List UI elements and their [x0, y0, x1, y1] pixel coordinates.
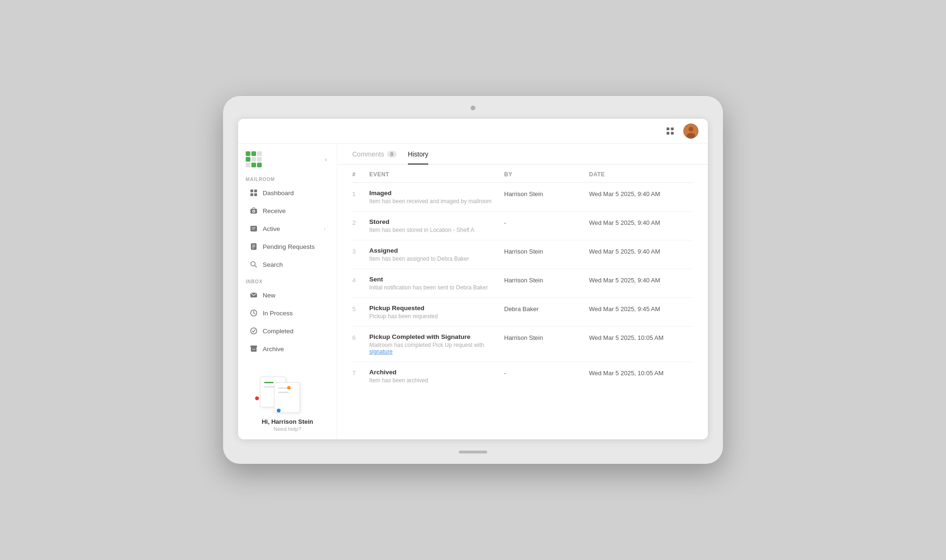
date-cell: Wed Mar 5 2025, 10:05 AM — [589, 333, 693, 341]
svg-point-25 — [251, 328, 257, 334]
by-cell: Debra Baker — [504, 305, 589, 313]
tab-history[interactable]: History — [408, 144, 429, 165]
sidebar-item-label: Search — [263, 261, 283, 268]
event-cell: Pickup Completed with Signature Mailroom… — [369, 333, 504, 355]
event-title: Sent — [369, 276, 504, 283]
event-desc: Mailroom has completed Pick Up request w… — [369, 342, 504, 355]
archive-icon — [249, 345, 258, 353]
comments-badge: 0 — [387, 151, 397, 157]
svg-rect-8 — [254, 189, 257, 192]
sidebar-item-label: Archive — [263, 346, 284, 353]
svg-line-22 — [255, 265, 257, 267]
event-cell: Assigned Item has been assigned to Debra… — [369, 247, 504, 262]
date-cell: Wed Mar 5 2025, 9:40 AM — [589, 247, 693, 255]
table-row: 6 Pickup Completed with Signature Mailro… — [352, 327, 693, 362]
by-cell: - — [504, 218, 589, 226]
col-num: # — [352, 171, 369, 178]
signature-link[interactable]: signature — [369, 348, 392, 355]
by-cell: Harrison Stein — [504, 247, 589, 255]
mailroom-section-label: MAILROOM — [238, 171, 337, 184]
event-desc: Item has been archived — [369, 377, 504, 384]
grid-apps-button[interactable] — [663, 124, 678, 139]
user-greeting: Hi, Harrison Stein — [246, 418, 329, 425]
tab-comments[interactable]: Comments 0 — [352, 144, 397, 165]
collapse-button[interactable]: ‹ — [323, 155, 329, 164]
illustration-dot-orange — [287, 386, 290, 389]
event-title: Assigned — [369, 247, 504, 254]
need-help-text: Need help? — [246, 426, 329, 432]
illustration-dot-blue — [277, 409, 281, 412]
camera-icon — [249, 206, 258, 215]
event-cell: Stored Item has been stored in Location … — [369, 218, 504, 233]
svg-rect-2 — [667, 132, 670, 135]
top-bar — [238, 119, 708, 144]
col-date: Date — [589, 171, 693, 178]
row-num: 3 — [352, 247, 369, 255]
svg-point-13 — [253, 211, 255, 212]
sidebar-item-search[interactable]: Search — [242, 256, 333, 273]
active-icon — [249, 224, 258, 233]
sidebar-item-pending-requests[interactable]: Pending Requests — [242, 238, 333, 255]
dashboard-icon — [249, 189, 258, 197]
sidebar-bottom: Hi, Harrison Stein Need help? — [238, 364, 337, 439]
sidebar-item-active[interactable]: Active › — [242, 220, 333, 237]
sidebar: ‹ MAILROOM Dashboard — [238, 144, 337, 439]
svg-rect-9 — [250, 193, 253, 196]
in-process-icon — [249, 309, 258, 317]
sidebar-item-label: Dashboard — [263, 189, 294, 197]
row-num: 6 — [352, 333, 369, 341]
avatar-image — [683, 124, 698, 139]
sidebar-item-label: Pending Requests — [263, 243, 315, 250]
inbox-section-label: INBOX — [238, 273, 337, 286]
event-title: Stored — [369, 218, 504, 225]
event-title: Pickup Requested — [369, 305, 504, 312]
col-by: By — [504, 171, 589, 178]
grid-icon — [665, 126, 675, 136]
table-header: # Event By Date — [352, 165, 693, 183]
tab-comments-label: Comments — [352, 150, 384, 158]
row-num: 2 — [352, 218, 369, 226]
illustration — [246, 372, 329, 414]
event-desc: Item has been stored in Location - Shelf… — [369, 227, 504, 233]
date-cell: Wed Mar 5 2025, 10:05 AM — [589, 369, 693, 377]
sidebar-header: ‹ — [238, 144, 337, 171]
row-num: 7 — [352, 369, 369, 377]
event-desc-plain: Mailroom has completed Pick Up request w… — [369, 342, 484, 348]
event-cell: Pickup Requested Pickup has been request… — [369, 305, 504, 320]
sidebar-item-label: Completed — [263, 328, 293, 335]
history-table: # Event By Date 1 Imaged Item has been r… — [337, 165, 708, 439]
pending-icon — [249, 242, 258, 251]
device-frame: ‹ MAILROOM Dashboard — [223, 96, 723, 464]
event-desc: Item has been received and imaged by mai… — [369, 198, 504, 205]
sidebar-item-label: Active — [263, 225, 280, 232]
sidebar-item-completed[interactable]: Completed — [242, 322, 333, 339]
date-cell: Wed Mar 5 2025, 9:40 AM — [589, 189, 693, 198]
main-content: ‹ MAILROOM Dashboard — [238, 144, 708, 439]
svg-rect-1 — [671, 128, 674, 131]
date-cell: Wed Mar 5 2025, 9:40 AM — [589, 218, 693, 226]
avatar[interactable] — [683, 124, 698, 139]
event-desc: Pickup has been requested — [369, 313, 504, 320]
by-cell: - — [504, 369, 589, 377]
sidebar-item-receive[interactable]: Receive — [242, 202, 333, 219]
table-row: 2 Stored Item has been stored in Locatio… — [352, 212, 693, 240]
svg-point-6 — [687, 133, 695, 139]
completed-icon — [249, 327, 258, 335]
sidebar-item-new[interactable]: New — [242, 287, 333, 304]
table-row: 1 Imaged Item has been received and imag… — [352, 183, 693, 212]
svg-point-5 — [689, 127, 693, 132]
tabs-row: Comments 0 History — [337, 144, 708, 165]
col-event: Event — [369, 171, 504, 178]
by-cell: Harrison Stein — [504, 189, 589, 198]
sidebar-item-in-process[interactable]: In Process — [242, 305, 333, 321]
event-cell: Archived Item has been archived — [369, 369, 504, 384]
svg-rect-26 — [250, 346, 257, 347]
svg-rect-3 — [671, 132, 674, 135]
illustration-dot-red — [255, 396, 259, 400]
table-row: 4 Sent Initial notification has been sen… — [352, 269, 693, 298]
sidebar-item-archive[interactable]: Archive — [242, 340, 333, 357]
svg-rect-0 — [667, 128, 670, 131]
svg-rect-14 — [250, 226, 257, 231]
event-cell: Imaged Item has been received and imaged… — [369, 189, 504, 205]
sidebar-item-dashboard[interactable]: Dashboard — [242, 184, 333, 201]
